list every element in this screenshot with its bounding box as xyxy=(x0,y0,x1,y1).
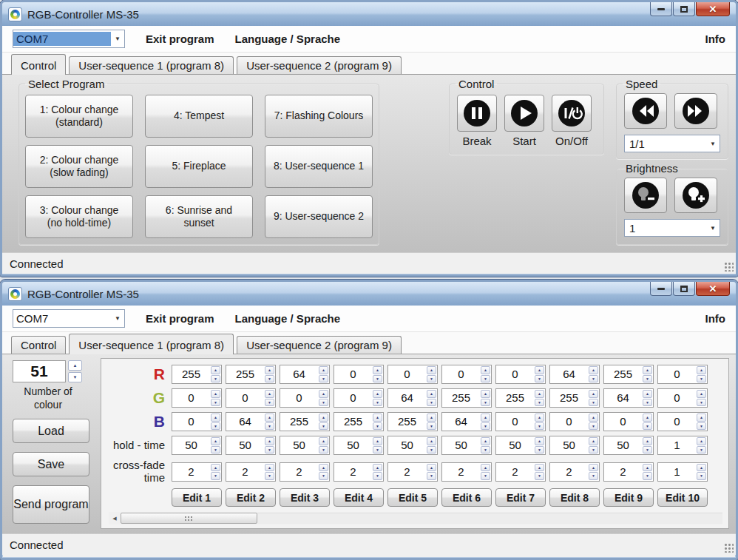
r-spinner-6[interactable]: 0▲▼ xyxy=(441,365,492,384)
b-spinner-1[interactable]: 0▲▼ xyxy=(172,412,222,431)
spinner-up-button[interactable]: ▲ xyxy=(481,414,490,422)
number-of-colour-spinner[interactable]: 51 ▲ ▼ xyxy=(13,360,84,382)
spinner-value[interactable]: 255 xyxy=(496,389,534,407)
spinner-down-button[interactable]: ▼ xyxy=(427,375,436,383)
spinner-down-button[interactable]: ▼ xyxy=(643,472,652,480)
spinner-up-button[interactable]: ▲ xyxy=(589,366,598,374)
spinner-up-button[interactable]: ▲ xyxy=(697,464,706,472)
r-spinner-3[interactable]: 64▲▼ xyxy=(280,365,330,384)
brightness-down-button[interactable] xyxy=(624,178,667,213)
tab-user-sequence-2[interactable]: User-sequence 2 (program 9) xyxy=(237,56,402,74)
spinner-down-button[interactable]: ▼ xyxy=(373,422,382,431)
edit-button-4[interactable]: Edit 4 xyxy=(334,488,384,507)
spinner-up-button[interactable]: ▲ xyxy=(535,366,544,374)
spinner-up-button[interactable]: ▲ xyxy=(697,414,706,422)
spinner-up-button[interactable]: ▲ xyxy=(373,414,382,422)
spinner-up-button[interactable]: ▲ xyxy=(643,366,652,374)
edit-button-6[interactable]: Edit 6 xyxy=(441,488,492,507)
spinner-value[interactable]: 255 xyxy=(226,365,264,383)
r-spinner-8[interactable]: 64▲▼ xyxy=(549,365,600,384)
b-spinner-3[interactable]: 255▲▼ xyxy=(280,412,330,431)
spinner-up-button[interactable]: ▲ xyxy=(643,464,652,472)
g-spinner-8[interactable]: 255▲▼ xyxy=(549,388,600,408)
spinner-up-button[interactable]: ▲ xyxy=(265,437,274,445)
spinner-up-button[interactable]: ▲ xyxy=(211,414,220,422)
hold-spinner-10[interactable]: 1▲▼ xyxy=(657,436,708,455)
spinner-down-button[interactable]: ▼ xyxy=(589,472,598,480)
spinner-down-button[interactable]: ▼ xyxy=(427,446,436,454)
spinner-up-button[interactable]: ▲ xyxy=(427,464,436,472)
spinner-down-button[interactable]: ▼ xyxy=(697,472,706,480)
cross-spinner-4[interactable]: 2▲▼ xyxy=(334,462,384,482)
spinner-up-button[interactable]: ▲ xyxy=(211,366,220,374)
spinner-up-button[interactable]: ▲ xyxy=(589,390,598,398)
cross-spinner-9[interactable]: 2▲▼ xyxy=(603,462,654,482)
spinner-down-button[interactable]: ▼ xyxy=(535,446,544,454)
spinner-value[interactable]: 2 xyxy=(496,463,534,481)
spinner-up-button[interactable]: ▲ xyxy=(211,390,220,398)
b-spinner-8[interactable]: 0▲▼ xyxy=(549,412,600,431)
cross-spinner-2[interactable]: 2▲▼ xyxy=(226,462,276,482)
hold-spinner-8[interactable]: 50▲▼ xyxy=(549,436,600,455)
spinner-up-button[interactable]: ▲ xyxy=(265,390,274,398)
spinner-up-button[interactable]: ▲ xyxy=(481,366,490,374)
spinner-value[interactable]: 255 xyxy=(172,365,210,383)
spinner-down-button[interactable]: ▼ xyxy=(265,399,274,407)
spinner-up-button[interactable]: ▲ xyxy=(535,390,544,398)
spinner-value[interactable]: 50 xyxy=(334,436,372,454)
edit-button-8[interactable]: Edit 8 xyxy=(549,488,600,507)
spinner-down-button[interactable]: ▼ xyxy=(265,446,274,454)
brightness-dropdown[interactable]: 1 ▼ xyxy=(624,219,720,237)
hold-spinner-4[interactable]: 50▲▼ xyxy=(334,436,384,455)
r-spinner-1[interactable]: 255▲▼ xyxy=(172,365,222,384)
program-button-5[interactable]: 5: Fireplace xyxy=(145,145,253,188)
spinner-down-button[interactable]: ▼ xyxy=(211,472,220,480)
menu-info[interactable]: Info xyxy=(705,33,726,45)
g-spinner-4[interactable]: 0▲▼ xyxy=(334,388,384,408)
tab-control[interactable]: Control xyxy=(11,336,66,354)
g-spinner-10[interactable]: 0▲▼ xyxy=(657,388,708,408)
spinner-value[interactable]: 2 xyxy=(442,463,480,481)
spinner-value[interactable]: 64 xyxy=(388,389,426,407)
horizontal-scrollbar[interactable]: ◀ xyxy=(109,512,722,524)
number-of-colour-value[interactable]: 51 xyxy=(13,360,66,382)
spinner-down-button[interactable]: ▼ xyxy=(427,422,436,431)
spinner-down-button[interactable]: ▼ xyxy=(265,422,274,431)
spinner-up-button[interactable]: ▲ xyxy=(589,414,598,422)
save-button[interactable]: Save xyxy=(13,452,89,476)
spinner-value[interactable]: 0 xyxy=(226,389,264,407)
spinner-down-button[interactable]: ▼ xyxy=(319,399,328,407)
program-button-2[interactable]: 2: Colour change (slow fading) xyxy=(25,145,133,188)
spinner-up-button[interactable]: ▲ xyxy=(265,464,274,472)
spinner-value[interactable]: 50 xyxy=(280,436,318,454)
spinner-down-button[interactable]: ▼ xyxy=(373,399,382,407)
spinner-value[interactable]: 2 xyxy=(550,463,588,481)
r-spinner-5[interactable]: 0▲▼ xyxy=(387,365,438,384)
cross-spinner-3[interactable]: 2▲▼ xyxy=(280,462,330,482)
g-spinner-7[interactable]: 255▲▼ xyxy=(495,388,546,408)
edit-button-5[interactable]: Edit 5 xyxy=(387,488,438,507)
spinner-down-button[interactable]: ▼ xyxy=(643,399,652,407)
com-port-select[interactable]: COM7 ▼ xyxy=(13,30,125,48)
spinner-down-button[interactable]: ▼ xyxy=(319,472,328,480)
spinner-down-button[interactable]: ▼ xyxy=(373,446,382,454)
spinner-up-button[interactable]: ▲ xyxy=(265,414,274,422)
spinner-value[interactable]: 50 xyxy=(226,436,264,454)
spinner-value[interactable]: 255 xyxy=(388,413,426,431)
spinner-up-button[interactable]: ▲ xyxy=(481,464,490,472)
spinner-down-button[interactable]: ▼ xyxy=(211,422,220,431)
spinner-up-button[interactable]: ▲ xyxy=(643,390,652,398)
spinner-value[interactable]: 255 xyxy=(550,389,588,407)
spinner-value[interactable]: 0 xyxy=(442,365,480,383)
r-spinner-2[interactable]: 255▲▼ xyxy=(226,365,276,384)
spinner-up-button[interactable]: ▲ xyxy=(319,437,328,445)
spinner-value[interactable]: 255 xyxy=(280,413,318,431)
spinner-up-button[interactable]: ▲ xyxy=(319,366,328,374)
spinner-value[interactable]: 64 xyxy=(280,365,318,383)
spinner-down-button[interactable]: ▼ xyxy=(265,375,274,383)
minimize-button[interactable] xyxy=(650,282,672,296)
spinner-up-button[interactable]: ▲ xyxy=(535,437,544,445)
program-button-3[interactable]: 3: Colour change (no hold-time) xyxy=(25,195,133,238)
spinner-up-button[interactable]: ▲ xyxy=(319,464,328,472)
speed-slower-button[interactable] xyxy=(624,93,667,129)
